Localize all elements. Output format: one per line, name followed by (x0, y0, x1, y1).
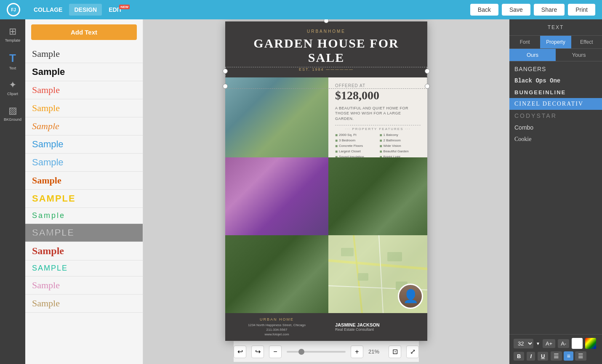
print-button[interactable]: Print (568, 4, 595, 16)
font-sample-2[interactable]: Sample (25, 63, 143, 81)
handle-right[interactable] (425, 69, 430, 74)
collage-header: URBANHOME GARDEN HOUSE FOR SALE EST. 198… (225, 21, 427, 77)
footer-left: URBAN HOME 1234 North Happiness Street, … (225, 313, 328, 341)
text-icon: T (9, 52, 16, 65)
template-icon: ⊞ (9, 26, 16, 37)
font-size-select[interactable]: 32 24 48 64 (514, 339, 533, 348)
bold-button[interactable]: B (514, 352, 524, 361)
font-item-bangers[interactable]: BANGERS (509, 63, 602, 75)
tab-font[interactable]: Font (509, 36, 540, 48)
zoom-in-button[interactable]: + (351, 345, 363, 358)
zoom-slider[interactable] (287, 351, 346, 353)
feat-8: ■1 Balcony (380, 133, 421, 137)
feat-9: ■2 Bathroom (380, 138, 421, 143)
nav-links: COLLAGE DESIGN EDIT NEW (29, 4, 131, 16)
font-item-codystar[interactable]: CODYSTAR (509, 110, 602, 122)
template-label: Template (5, 38, 21, 43)
redo-button[interactable]: ↪ (251, 345, 264, 358)
font-sample-10[interactable]: Sample (25, 208, 143, 224)
color-picker[interactable] (572, 338, 583, 349)
sidebar-item-template[interactable]: ⊞ Template (2, 24, 24, 45)
collage-title[interactable]: GARDEN HOUSE FOR SALE (234, 36, 419, 65)
size-up-button[interactable]: A+ (543, 339, 555, 348)
collage-photos-row (225, 157, 427, 235)
svg-rect-7 (341, 248, 354, 256)
align-buttons: ☰ ≡ ☰ (551, 351, 586, 361)
nav-collage[interactable]: COLLAGE (29, 4, 67, 16)
font-sample-6[interactable]: Sample (25, 136, 143, 154)
left-panel: Add Text Sample Sample Sample Sample Sam… (25, 19, 143, 364)
font-sample-13[interactable]: SAMPLE (25, 260, 143, 276)
align-center-button[interactable]: ≡ (564, 351, 573, 361)
font-sample-4[interactable]: Sample (25, 99, 143, 117)
align-left-button[interactable]: ☰ (551, 351, 562, 361)
tab-effect[interactable]: Effect (571, 36, 602, 48)
handle-right-bot[interactable] (425, 84, 430, 89)
photo-garden-detail[interactable] (328, 157, 427, 235)
font-item-cookie[interactable]: Cookie (509, 133, 602, 145)
font-item-black-ops[interactable]: Black Ops One (509, 75, 602, 87)
size-down-button[interactable]: A- (558, 339, 569, 348)
add-text-button[interactable]: Add Text (31, 24, 137, 40)
align-right-button[interactable]: ☰ (575, 351, 586, 361)
text-controls: 32 24 48 64 ▼ A+ A- B I U ☰ ≡ ☰ (509, 334, 602, 364)
photo-barrels[interactable] (225, 235, 328, 313)
font-sample-12[interactable]: Sample (25, 242, 143, 260)
sidebar-item-bkground[interactable]: ▨ BKGround (2, 103, 24, 124)
sidebar-item-text[interactable]: T Text (2, 49, 24, 73)
underline-button[interactable]: U (538, 352, 548, 361)
font-sample-14[interactable]: Sample (25, 276, 143, 295)
svg-text:FJ: FJ (11, 8, 16, 12)
share-button[interactable]: Share (534, 4, 565, 16)
right-tabs: Font Property Effect (509, 36, 602, 49)
handle-left-bot[interactable] (223, 84, 228, 89)
fit-button[interactable]: ⊡ (389, 345, 401, 358)
font-sample-1[interactable]: Sample (25, 45, 143, 63)
footer-address: 1234 North Happiness Street, Chicago (232, 323, 322, 327)
palette-button[interactable] (585, 338, 596, 349)
photo-flowers[interactable] (225, 157, 328, 235)
font-sample-9[interactable]: SAMPLE (25, 190, 143, 208)
photo-house[interactable] (225, 77, 328, 157)
handle-left[interactable] (223, 69, 228, 74)
text-label: Text (9, 66, 16, 70)
canvas-wrapper[interactable]: URBANHOME GARDEN HOUSE FOR SALE EST. 198… (225, 21, 427, 341)
font-sample-15[interactable]: Sample (25, 295, 143, 313)
back-button[interactable]: Back (470, 4, 498, 16)
feat-4: ■Largest Closet (335, 149, 376, 154)
zoom-thumb[interactable] (298, 349, 304, 355)
footer-website: www.fotojet.com (232, 332, 322, 337)
ours-tab[interactable]: Ours (509, 49, 556, 61)
undo-button[interactable]: ↩ (234, 345, 246, 358)
top-nav: FJ COLLAGE DESIGN EDIT NEW Back Save Sha… (0, 0, 602, 19)
font-sample-8[interactable]: Sample (25, 172, 143, 190)
font-sample-3[interactable]: Sample (25, 81, 143, 99)
font-list: BANGERS Black Ops One BUNGEEINLINE CINZE… (509, 61, 602, 334)
font-item-bungee[interactable]: BUNGEEINLINE (509, 87, 602, 98)
svg-rect-9 (387, 252, 402, 261)
nav-edit[interactable]: EDIT NEW (104, 4, 131, 16)
tab-property[interactable]: Property (540, 36, 571, 48)
right-panel-title: TEXT (509, 19, 602, 36)
zoom-percent: 21% (368, 348, 384, 355)
italic-button[interactable]: I (527, 352, 535, 361)
size-row: 32 24 48 64 ▼ A+ A- (514, 338, 598, 349)
yours-tab[interactable]: Yours (556, 49, 602, 61)
feat-10: ■Wide Vision (380, 143, 421, 148)
nav-design[interactable]: DESIGN (69, 4, 102, 16)
sidebar-item-clipart[interactable]: ✦ Clipart (2, 77, 24, 98)
footer-brand: URBAN HOME (232, 317, 322, 321)
font-sample-7[interactable]: Sample (25, 154, 143, 172)
clipart-icon: ✦ (9, 80, 16, 90)
font-sample-11[interactable]: SAMPLE (25, 224, 143, 242)
font-item-cinzel[interactable]: CINZEL DECORATIV (509, 98, 602, 110)
fullscreen-button[interactable]: ⤢ (406, 345, 419, 358)
agent-name: JASMINE JACKSON (335, 322, 421, 327)
font-item-combo[interactable]: Combo (509, 122, 602, 133)
center-area: URBANHOME GARDEN HOUSE FOR SALE EST. 198… (143, 19, 509, 364)
zoom-out-button[interactable]: − (269, 345, 282, 358)
photo-map[interactable]: 👤 (328, 235, 427, 313)
save-button[interactable]: Save (502, 4, 530, 16)
svg-rect-8 (358, 273, 368, 281)
font-sample-5[interactable]: Sample (25, 117, 143, 136)
